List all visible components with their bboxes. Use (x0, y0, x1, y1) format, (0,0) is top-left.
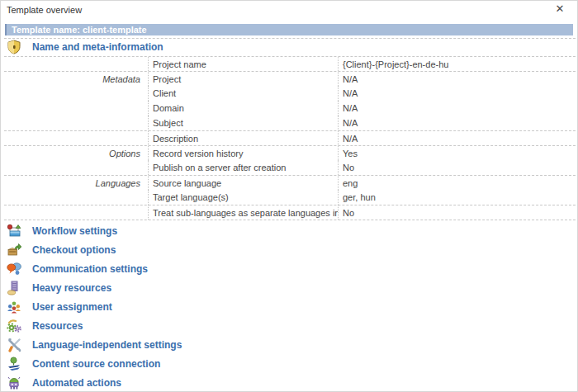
shield-icon (7, 40, 21, 54)
speech-bubbles-icon (7, 262, 21, 276)
gears-icon (7, 319, 21, 333)
template-name-banner: Template name: client-template (5, 24, 573, 35)
row-property: Target language(s) (148, 190, 338, 205)
row-value: No (338, 160, 576, 175)
row-value: N/A (338, 116, 576, 130)
row-property: Publish on a server after creation (148, 160, 338, 175)
row-value: N/A (338, 101, 576, 116)
close-button[interactable]: ✕ (553, 2, 566, 16)
section-label: Resources (32, 320, 83, 332)
row-group-label (4, 131, 148, 145)
window-title: Template overview (7, 5, 82, 15)
workflow-icon (7, 224, 21, 239)
row-property: Client (148, 86, 338, 101)
row-group-label: Metadata (4, 72, 148, 86)
row-value: No (338, 205, 576, 220)
row-group-label (4, 101, 148, 116)
section-label: Content source connection (32, 358, 160, 370)
row-property: Project name (148, 57, 338, 71)
row-group-label (4, 160, 148, 175)
section-header-language-independent-settings[interactable]: Language-independent settings (7, 335, 573, 354)
table-row: Domain N/A (4, 101, 576, 116)
table-row: Project name {Client}-{Project}-en-de-hu (4, 56, 576, 71)
section-header-heavy-resources[interactable]: Heavy resources (7, 278, 573, 297)
row-group-label (4, 190, 148, 205)
section-label: Checkout options (32, 244, 116, 256)
row-value: N/A (338, 131, 576, 145)
section-header-user-assignment[interactable]: User assignment (7, 297, 573, 316)
section-header-resources[interactable]: Resources (7, 316, 573, 335)
section-title: Name and meta-information (32, 41, 163, 53)
table-row: Metadata Project N/A (4, 71, 576, 86)
section-label: User assignment (32, 301, 112, 313)
section-header-communication-settings[interactable]: Communication settings (7, 259, 573, 278)
row-property: Project (148, 72, 338, 86)
row-property: Subject (148, 116, 338, 130)
row-group-label: Languages (4, 176, 148, 190)
connection-icon (7, 357, 21, 371)
row-property: Source language (148, 176, 338, 190)
row-value: Yes (338, 146, 576, 160)
row-value: N/A (338, 72, 576, 86)
user-group-icon (7, 300, 21, 314)
table-row: Target language(s) ger, hun (4, 190, 576, 205)
section-label: Workflow settings (32, 225, 117, 237)
row-value: {Client}-{Project}-en-de-hu (338, 57, 576, 71)
table-row: Treat sub-languages as separate language… (4, 205, 576, 220)
separator (4, 220, 576, 220)
crossed-tools-icon (7, 338, 21, 352)
checkout-icon (7, 243, 21, 257)
meta-properties-table: Project name {Client}-{Project}-en-de-hu… (4, 56, 576, 220)
section-label: Communication settings (32, 263, 148, 275)
row-value: eng (338, 176, 576, 190)
table-row: Client N/A (4, 86, 576, 101)
row-value: ger, hun (338, 190, 576, 205)
section-header-content-source-connection[interactable]: Content source connection (7, 354, 573, 373)
section-header-checkout-options[interactable]: Checkout options (7, 240, 573, 259)
section-header-name-and-meta-information[interactable]: Name and meta-information (7, 39, 163, 55)
table-row: Description N/A (4, 130, 576, 145)
template-overview-dialog: { "titlebar": { "title": "Template overv… (0, 0, 578, 392)
row-property: Domain (148, 101, 338, 116)
row-property: Description (148, 131, 338, 145)
section-label: Heavy resources (32, 282, 111, 294)
row-property: Record version history (148, 146, 338, 160)
row-group-label (4, 57, 148, 71)
row-group-label: Options (4, 146, 148, 160)
table-row: Languages Source language eng (4, 175, 576, 190)
row-group-label (4, 86, 148, 101)
section-label: Language-independent settings (32, 339, 182, 351)
section-header-workflow-settings[interactable]: Workflow settings (7, 221, 573, 240)
collapsed-sections: Workflow settings Checkout options Commu… (7, 221, 573, 392)
table-row: Publish on a server after creation No (4, 160, 576, 175)
section-label: Automated actions (32, 377, 121, 389)
row-group-label (4, 116, 148, 130)
section-header-automated-actions[interactable]: Automated actions (7, 373, 573, 392)
table-row: Options Record version history Yes (4, 145, 576, 160)
robot-icon (7, 375, 21, 390)
row-value: N/A (338, 86, 576, 101)
table-row: Subject N/A (4, 116, 576, 130)
row-group-label (4, 205, 148, 220)
row-property: Treat sub-languages as separate language… (148, 205, 338, 220)
hand-filmstrip-icon (7, 281, 21, 295)
